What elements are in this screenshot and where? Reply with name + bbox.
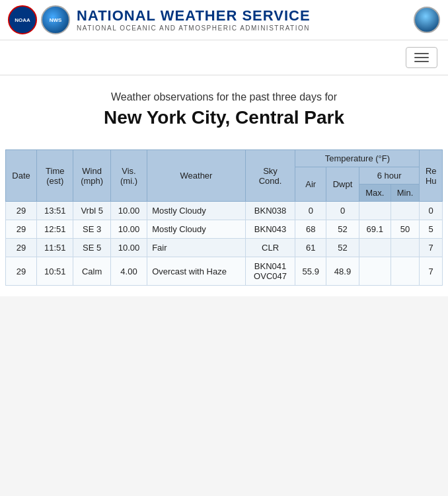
site-title: NATIONAL WEATHER SERVICE	[77, 8, 311, 24]
table-cell	[391, 239, 420, 257]
table-cell: Calm	[73, 257, 110, 286]
table-cell: Fair	[147, 239, 246, 257]
col-sky: SkyCond.	[245, 150, 295, 202]
table-cell: Overcast with Haze	[147, 257, 246, 286]
table-cell: 29	[6, 239, 37, 257]
observations-table-container: Date Time(est) Wind(mph) Vis.(mi.) Weath…	[0, 139, 448, 296]
col-temperature-group: Temperature (°F)	[295, 150, 420, 167]
site-header: NOAA NWS NATIONAL WEATHER SERVICE NATION…	[0, 0, 448, 40]
table-cell: 0	[326, 202, 359, 220]
noaa-label: NOAA	[15, 17, 30, 23]
navbar	[0, 40, 448, 75]
col-time: Time(est)	[37, 150, 73, 202]
header-row-1: Date Time(est) Wind(mph) Vis.(mi.) Weath…	[6, 150, 443, 167]
table-cell: Mostly Cloudy	[147, 220, 246, 239]
table-cell: 7	[420, 239, 443, 257]
table-cell: 0	[420, 202, 443, 220]
table-cell: BKN041OVC047	[245, 257, 295, 286]
page-subtitle: Weather observations for the past three …	[11, 91, 437, 103]
col-rel-hum: ReHu	[420, 150, 443, 202]
col-date: Date	[6, 150, 37, 202]
table-cell: 10.00	[110, 202, 147, 220]
table-cell: 10.00	[110, 239, 147, 257]
table-cell: 61	[295, 239, 326, 257]
col-wind: Wind(mph)	[73, 150, 110, 202]
hamburger-line-3	[414, 61, 429, 62]
table-cell	[391, 202, 420, 220]
col-min: Min.	[391, 185, 420, 202]
table-row: 2912:51SE 310.00Mostly CloudyBKN04368526…	[6, 220, 443, 239]
table-cell: CLR	[245, 239, 295, 257]
table-row: 2911:51SE 510.00FairCLR61527	[6, 239, 443, 257]
table-cell: Mostly Cloudy	[147, 202, 246, 220]
table-cell: 7	[420, 257, 443, 286]
table-cell: Vrbl 5	[73, 202, 110, 220]
noaa-right-logo	[414, 7, 440, 33]
nws-label: NWS	[50, 17, 62, 23]
table-cell	[359, 202, 391, 220]
table-cell: 52	[326, 220, 359, 239]
site-subtitle: NATIONAL OCEANIC AND ATMOSPHERIC ADMINIS…	[77, 24, 311, 32]
col-weather: Weather	[147, 150, 246, 202]
col-max: Max.	[359, 185, 391, 202]
table-cell	[359, 239, 391, 257]
col-air: Air	[295, 167, 326, 202]
logos: NOAA NWS	[8, 5, 70, 34]
table-cell: 68	[295, 220, 326, 239]
page-title-section: Weather observations for the past three …	[0, 75, 448, 139]
table-row: 2913:51Vrbl 510.00Mostly CloudyBKN038000	[6, 202, 443, 220]
table-cell: 69.1	[359, 220, 391, 239]
table-cell	[359, 257, 391, 286]
page-main-title: New York City, Central Park	[11, 107, 437, 128]
table-cell: 11:51	[37, 239, 73, 257]
table-cell: BKN043	[245, 220, 295, 239]
table-row: 2910:51Calm4.00Overcast with HazeBKN041O…	[6, 257, 443, 286]
header-text: NATIONAL WEATHER SERVICE NATIONAL OCEANI…	[77, 8, 311, 31]
table-cell: SE 5	[73, 239, 110, 257]
table-cell: 48.9	[326, 257, 359, 286]
table-cell: 29	[6, 220, 37, 239]
header-right-logo-wrap	[414, 7, 440, 33]
col-vis: Vis.(mi.)	[110, 150, 147, 202]
noaa-logo: NOAA	[8, 5, 37, 34]
table-cell	[391, 257, 420, 286]
table-cell: 29	[6, 202, 37, 220]
table-cell: 0	[295, 202, 326, 220]
table-cell: 55.9	[295, 257, 326, 286]
table-cell: 13:51	[37, 202, 73, 220]
table-cell: 52	[326, 239, 359, 257]
table-cell: BKN038	[245, 202, 295, 220]
table-cell: 50	[391, 220, 420, 239]
col-dwpt: Dwpt	[326, 167, 359, 202]
nws-logo: NWS	[41, 5, 70, 34]
table-cell: 4.00	[110, 257, 147, 286]
col-6hour: 6 hour	[359, 167, 420, 185]
table-cell: 10.00	[110, 220, 147, 239]
table-cell: SE 3	[73, 220, 110, 239]
menu-button[interactable]	[406, 47, 437, 68]
hamburger-line-2	[414, 57, 429, 58]
observations-table: Date Time(est) Wind(mph) Vis.(mi.) Weath…	[5, 149, 443, 286]
hamburger-line-1	[414, 53, 429, 54]
table-cell: 10:51	[37, 257, 73, 286]
table-cell: 5	[420, 220, 443, 239]
table-cell: 29	[6, 257, 37, 286]
table-cell: 12:51	[37, 220, 73, 239]
